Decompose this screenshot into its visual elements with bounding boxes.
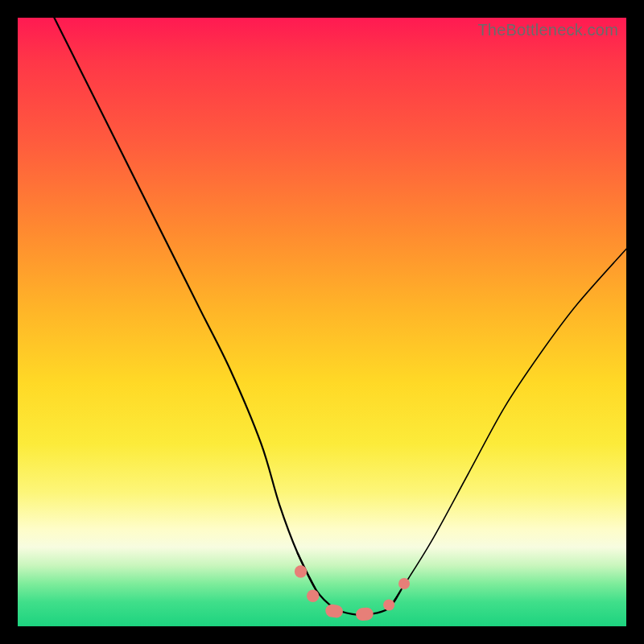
curve-left-segment xyxy=(54,18,316,590)
plot-area: TheBottleneck.com xyxy=(18,18,626,626)
marker-group xyxy=(295,565,410,621)
marker-blob xyxy=(383,600,394,611)
curve-svg xyxy=(18,18,626,626)
marker-blob xyxy=(398,578,410,589)
marker-blob xyxy=(307,590,319,602)
marker-blob xyxy=(324,604,344,619)
marker-blob xyxy=(295,565,307,577)
chart-frame: TheBottleneck.com xyxy=(0,0,644,644)
curve-right-segment xyxy=(389,249,626,608)
marker-blob xyxy=(355,607,374,621)
